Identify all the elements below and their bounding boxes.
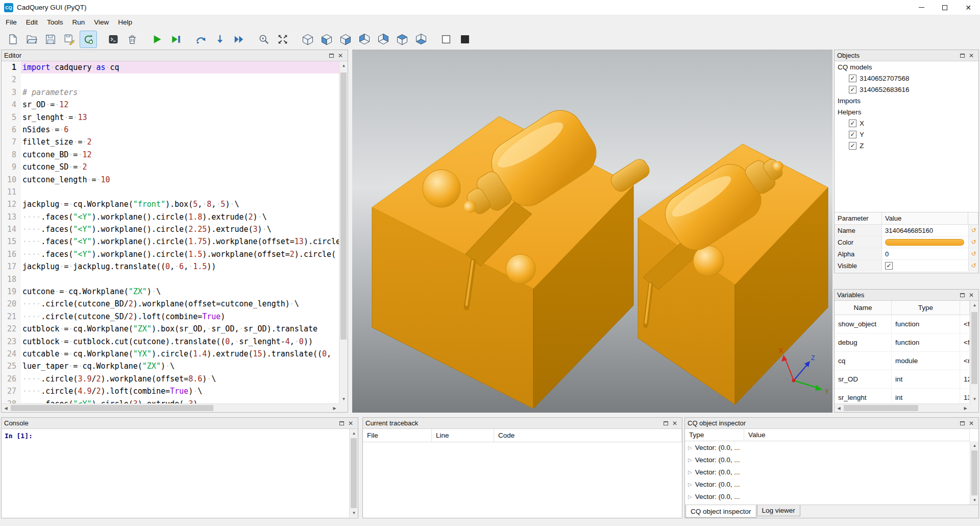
checkbox[interactable]: ✓ <box>849 86 856 93</box>
scrollbar-thumb[interactable] <box>340 73 347 340</box>
tree-item-x[interactable]: ✓X <box>835 117 978 129</box>
maximize-button[interactable] <box>933 0 957 15</box>
menu-edit[interactable]: Edit <box>21 16 42 28</box>
3d-scene[interactable]: X Z Y <box>352 50 832 413</box>
editor-line[interactable]: 22cutblock·=·cq.Workplane("ZX").box(sr_O… <box>2 323 339 335</box>
editor-line[interactable]: 27····.circle(4.9/2).loft(combine=True)·… <box>2 385 339 397</box>
editor-line[interactable]: 8cutcone_BD·=·12 <box>2 149 339 161</box>
clear-console-button[interactable] <box>105 31 122 48</box>
new-file-button[interactable] <box>4 31 21 48</box>
menu-run[interactable]: Run <box>68 16 90 28</box>
scrollbar-thumb[interactable] <box>971 450 977 495</box>
expand-arrow-icon[interactable]: ▷ <box>688 445 692 450</box>
continue-button[interactable] <box>230 31 248 48</box>
console-panel-header[interactable]: Console ✕ <box>2 418 358 429</box>
property-value[interactable]: 3140646685160 <box>882 225 968 236</box>
checkbox[interactable]: ✓ <box>885 262 893 270</box>
variable-row-sr_od[interactable]: sr_ODint12 <box>835 370 970 389</box>
console-vertical-scrollbar[interactable]: ▲ ▼ <box>349 429 358 517</box>
scroll-left-icon[interactable]: ◀ <box>835 404 843 413</box>
scrollbar-thumb[interactable] <box>11 405 213 411</box>
scroll-up-icon[interactable]: ▲ <box>339 61 348 70</box>
scroll-left-icon[interactable]: ◀ <box>2 404 10 413</box>
editor-line[interactable]: 9cutcone_SD·=·2 <box>2 161 339 173</box>
color-swatch[interactable] <box>885 239 964 246</box>
editor-line[interactable]: 14····.faces("<Y").workplane().circle(2.… <box>2 223 339 235</box>
variables-horizontal-scrollbar[interactable]: ◀ ▶ <box>835 403 970 412</box>
scrollbar-thumb[interactable] <box>971 312 977 384</box>
property-value[interactable]: ✓ <box>882 260 968 271</box>
console-output[interactable]: In [1]: <box>2 429 349 517</box>
menu-view[interactable]: View <box>89 16 113 28</box>
traceback-panel-header[interactable]: Current traceback ✕ <box>363 418 682 429</box>
reset-button[interactable]: ↺ <box>968 248 978 259</box>
close-panel-button[interactable]: ✕ <box>670 419 679 427</box>
reset-button[interactable]: ↺ <box>968 225 978 236</box>
view-back-button[interactable] <box>337 31 354 48</box>
editor-line[interactable]: 5sr_lenght·=·13 <box>2 111 339 124</box>
inspector-panel-header[interactable]: CQ object inspector ✕ <box>685 418 978 429</box>
float-panel-button[interactable] <box>661 419 670 427</box>
inspector-row[interactable]: ▷Vector: (0.0, ... <box>685 453 970 466</box>
editor-line[interactable]: 18 <box>2 273 339 285</box>
float-panel-button[interactable] <box>327 52 336 60</box>
editor-line[interactable]: 1import·cadquery·as·cq <box>2 61 339 74</box>
scroll-right-icon[interactable]: ▶ <box>330 404 339 413</box>
menu-file[interactable]: File <box>1 16 21 28</box>
inspector-row[interactable]: ▷Vector: (0.0, ... <box>685 466 970 478</box>
shaded-button[interactable] <box>456 31 474 48</box>
editor-line[interactable]: 2 <box>2 74 339 86</box>
editor-line[interactable]: 13····.faces("<Y").workplane().circle(1.… <box>2 211 339 223</box>
tab-cq-object-inspector[interactable]: CQ object inspector <box>685 505 756 518</box>
model-right-half[interactable] <box>638 138 828 404</box>
checkbox[interactable]: ✓ <box>849 75 856 82</box>
scroll-up-icon[interactable]: ▲ <box>350 429 358 438</box>
3d-viewport[interactable]: X Z Y <box>352 50 832 413</box>
property-value[interactable]: 0 <box>882 248 968 259</box>
inspector-vertical-scrollbar[interactable]: ▲ ▼ <box>970 441 978 505</box>
scroll-down-icon[interactable]: ▼ <box>970 395 979 403</box>
save-as-button[interactable] <box>61 31 78 48</box>
editor-line[interactable]: 16····.faces("<Y").workplane().circle(1.… <box>2 248 339 260</box>
step-into-button[interactable] <box>211 31 229 48</box>
objects-panel-header[interactable]: Objects ✕ <box>835 50 978 61</box>
scrollbar-thumb[interactable] <box>844 405 918 411</box>
checkbox[interactable]: ✓ <box>849 131 856 138</box>
menu-help[interactable]: Help <box>113 16 137 28</box>
float-panel-button[interactable] <box>337 419 346 427</box>
tree-item-z[interactable]: ✓Z <box>835 140 978 151</box>
variables-vertical-scrollbar[interactable]: ▲ ▼ <box>970 301 978 403</box>
editor-line[interactable]: 3# parameters <box>2 86 339 99</box>
tab-log-viewer[interactable]: Log viewer <box>757 505 800 516</box>
editor-line[interactable]: 10cutcone_length·=·10 <box>2 174 339 186</box>
scrollbar-thumb[interactable] <box>351 438 357 508</box>
scroll-right-icon[interactable]: ▶ <box>961 404 970 413</box>
view-front-button[interactable] <box>318 31 335 48</box>
view-top-button[interactable] <box>394 31 411 48</box>
editor-line[interactable]: 26····.circle(3.9/2).workplane(offset=8.… <box>2 373 339 385</box>
editor-horizontal-scrollbar[interactable]: ◀ ▶ <box>2 403 339 412</box>
model-left-half[interactable] <box>372 102 633 409</box>
editor-line[interactable]: 24cutcable·=·cq.Workplane("YX").circle(1… <box>2 348 339 360</box>
reset-button[interactable]: ↺ <box>968 236 978 248</box>
editor-line[interactable]: 15····.faces("<Y").workplane().circle(1.… <box>2 235 339 248</box>
variable-row-cq[interactable]: cqmodule<m <box>835 352 970 370</box>
scroll-down-icon[interactable]: ▼ <box>970 496 979 505</box>
tree-item-cq-models[interactable]: CQ models <box>835 61 978 73</box>
editor-line[interactable]: 12jackplug·=·cq.Workplane("front").box(5… <box>2 198 339 210</box>
expand-arrow-icon[interactable]: ▷ <box>688 494 692 499</box>
editor-panel-header[interactable]: Editor ✕ <box>2 50 348 61</box>
tree-item-y[interactable]: ✓Y <box>835 129 978 140</box>
close-button[interactable]: ✕ <box>957 0 980 15</box>
reset-button[interactable]: ↺ <box>968 260 978 271</box>
variables-panel-header[interactable]: Variables ✕ <box>835 290 978 301</box>
editor-line[interactable]: 20····.circle(cutcone_BD/2).workplane(of… <box>2 298 339 310</box>
scroll-down-icon[interactable]: ▼ <box>350 509 358 517</box>
fit-all-button[interactable] <box>274 31 291 48</box>
code-editor[interactable]: 1import·cadquery·as·cq23# parameters4sr_… <box>2 61 339 403</box>
tree-item-3140652683616[interactable]: ✓3140652683616 <box>835 84 978 95</box>
editor-vertical-scrollbar[interactable]: ▲ ▼ <box>339 61 348 403</box>
close-panel-button[interactable]: ✕ <box>967 291 976 299</box>
editor-line[interactable]: 11 <box>2 186 339 198</box>
close-panel-button[interactable]: ✕ <box>967 52 976 60</box>
